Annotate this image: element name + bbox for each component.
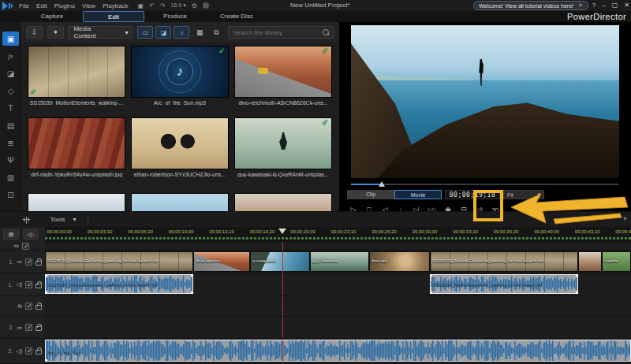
playhead-line[interactable] <box>282 317 283 338</box>
redo-icon[interactable]: ↷ <box>160 2 166 9</box>
particle-room-button[interactable]: ◇ <box>2 84 19 98</box>
selection-handle[interactable] <box>191 274 193 277</box>
track-lane-fx-fx[interactable] <box>45 296 631 317</box>
menu-playback[interactable]: Playback <box>103 2 128 9</box>
track-lane-video-1[interactable]: SS15039_MotionElements_walking-on-the-be… <box>45 251 631 273</box>
media-thumbnail[interactable] <box>234 193 332 211</box>
menu-edit[interactable]: Edit <box>36 2 47 9</box>
library-item-partial[interactable] <box>131 193 229 211</box>
library-item[interactable]: ♪✓Arc_of_the_Sun.mp3 <box>131 46 229 106</box>
selection-handle[interactable] <box>45 359 47 362</box>
tools-dropdown[interactable]: Tools ▾ <box>50 216 77 223</box>
library-view-button[interactable]: ▦ <box>193 26 206 39</box>
video-clip[interactable]: guy-kawasa <box>310 251 369 272</box>
preview-seekbar[interactable] <box>351 181 619 188</box>
undo-icon[interactable]: ↶ <box>149 2 155 9</box>
library-item[interactable]: ✓guy-kawasaki-iij-QvyRAnM-unsplas... <box>234 117 332 177</box>
media-thumbnail[interactable] <box>131 117 229 169</box>
video-clip[interactable]: SS15039_MotionElements_walking-on-the-be… <box>430 251 578 272</box>
resource-badge-icon[interactable] <box>203 2 209 9</box>
library-item-partial[interactable] <box>28 193 125 211</box>
tab-create-disc[interactable]: Create Disc <box>206 11 267 22</box>
track-enable-checkbox[interactable] <box>25 347 32 355</box>
search-icon[interactable] <box>323 29 330 36</box>
playhead-line[interactable] <box>282 251 283 273</box>
video-clip[interactable]: dino-reichm <box>193 251 250 272</box>
close-button[interactable]: ✕ <box>624 2 629 9</box>
track-lock-icon[interactable] <box>35 350 42 355</box>
selection-handle[interactable] <box>576 292 578 294</box>
seek-track[interactable] <box>351 184 619 185</box>
selection-handle[interactable] <box>45 292 47 294</box>
import-media-button[interactable]: ⇩ <box>26 26 43 39</box>
audio-clip[interactable]: SS15039_MotionElements_walking on the be… <box>430 274 578 294</box>
filter-photo-icon[interactable]: ◪ <box>155 26 171 39</box>
timeline-ruler[interactable]: 00;00;00;0000;00;03;1000;00;06;2000;00;1… <box>45 227 631 242</box>
track-manager-button[interactable]: ▤ <box>3 229 19 240</box>
timeline-collapse-icon[interactable]: ▼ <box>622 216 628 221</box>
tutorial-toast[interactable]: Welcome! View all tutorial videos here! … <box>473 1 588 10</box>
playhead-line[interactable] <box>282 296 283 316</box>
voiceover-room-button[interactable]: Ψ <box>2 153 19 167</box>
playhead-line[interactable] <box>282 242 283 250</box>
effect-room-button[interactable]: fx <box>2 49 19 63</box>
media-thumbnail[interactable] <box>131 193 229 211</box>
track-lock-icon[interactable] <box>35 326 42 331</box>
library-item[interactable]: drif-riadh-YpkuRn54y4w-unsplash.jpg <box>28 117 125 177</box>
media-content-dropdown[interactable]: Media Content ▾ <box>68 26 133 39</box>
zoom-fit-dropdown[interactable]: Fit ▾ <box>503 190 544 199</box>
track-lock-icon[interactable] <box>35 305 42 310</box>
minimize-button[interactable]: – <box>602 2 605 9</box>
panel-resize-handle[interactable]: ····· <box>562 217 576 223</box>
maximize-button[interactable]: ▢ <box>612 2 618 9</box>
track-enable-checkbox[interactable] <box>25 303 32 310</box>
toast-close-icon[interactable]: ✕ <box>578 2 583 9</box>
selection-handle[interactable] <box>45 274 47 277</box>
music-clip[interactable]: Arc_of_the_Sun <box>45 340 631 362</box>
chapter-room-button[interactable]: ▥ <box>2 170 19 184</box>
menu-view[interactable]: View <box>82 2 95 9</box>
filter-video-icon[interactable]: ▭ <box>137 26 153 39</box>
selection-handle[interactable] <box>430 274 432 277</box>
free-templates-button[interactable]: ✦ <box>47 26 65 39</box>
split-button[interactable]: +|+ <box>22 216 30 224</box>
media-thumbnail[interactable]: ✓ <box>234 117 332 169</box>
track-lock-icon[interactable] <box>35 261 42 266</box>
media-thumbnail[interactable] <box>28 117 125 169</box>
track-enable-checkbox[interactable] <box>22 243 29 250</box>
video-clip[interactable]: thomas- <box>369 251 430 272</box>
movie-mode-button[interactable]: Movie <box>394 190 442 199</box>
selection-handle[interactable] <box>191 292 193 294</box>
track-enable-checkbox[interactable] <box>25 324 32 331</box>
overlay-room-button[interactable]: ◪ <box>2 66 19 80</box>
filter-music-icon[interactable]: ♪ <box>174 26 189 39</box>
video-clip[interactable]: SS15039_MotionElements_walking-on-the-be… <box>45 251 193 272</box>
video-clip[interactable] <box>578 251 602 272</box>
library-item[interactable]: ✓SS15039_MotionElements_walking-... <box>28 46 125 106</box>
tab-produce[interactable]: Produce <box>144 11 206 22</box>
media-thumbnail[interactable]: ✓ <box>234 46 332 98</box>
media-room-button[interactable]: ▣ <box>2 32 19 46</box>
track-lane-audio-1[interactable]: SS15039_MotionElements_walking on the be… <box>45 273 631 296</box>
playhead-line[interactable] <box>282 273 283 295</box>
seek-thumb[interactable] <box>379 181 385 187</box>
audio-mixing-room-button[interactable]: ≣ <box>2 136 19 150</box>
search-input[interactable] <box>233 29 319 36</box>
library-item[interactable]: ✓dino-reichmuth-A5rCN8626Ck-uns... <box>234 46 332 106</box>
track-lock-icon[interactable] <box>35 284 42 288</box>
playhead-line[interactable] <box>282 339 283 363</box>
tab-edit[interactable]: Edit <box>83 11 144 22</box>
track-enable-checkbox[interactable] <box>25 281 32 288</box>
media-thumbnail[interactable]: ♪✓ <box>131 46 229 98</box>
audio-clip[interactable]: SS15039_MotionElements_walking on the be… <box>45 274 193 294</box>
track-enable-checkbox[interactable] <box>25 258 32 266</box>
track-lane-video-2[interactable] <box>45 317 631 339</box>
library-item[interactable]: ethan-robertson-SYx3UCHZJlo-uns... <box>131 117 229 177</box>
library-detach-button[interactable]: ⧉ <box>210 26 222 39</box>
timecode-display[interactable]: 00;00;19;18 <box>445 190 500 199</box>
tab-capture[interactable]: Capture <box>21 11 83 22</box>
menu-file[interactable]: File <box>19 2 29 9</box>
aspect-ratio-select[interactable]: 16:9 ▾ <box>171 2 186 9</box>
track-lane-audio-2[interactable]: Arc_of_the_Sun <box>45 339 631 364</box>
video-clip[interactable]: matthe <box>602 251 631 272</box>
